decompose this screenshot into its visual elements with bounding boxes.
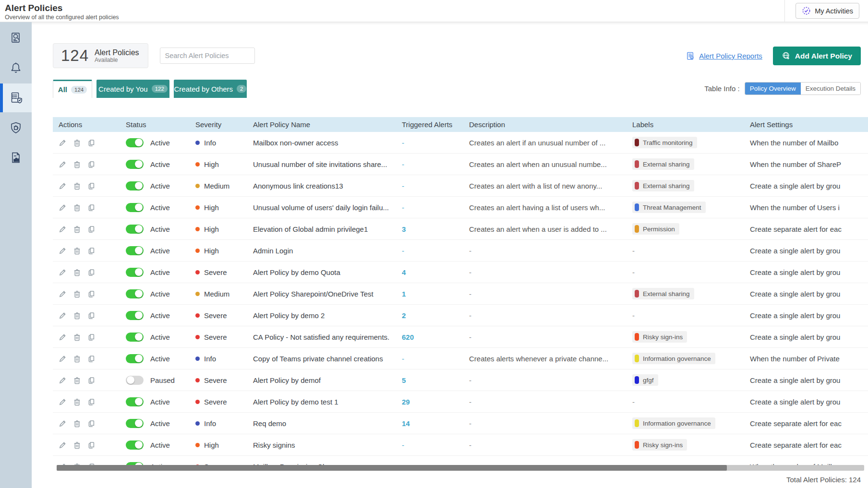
copy-icon[interactable]: [87, 376, 96, 384]
status-toggle[interactable]: [126, 289, 144, 298]
edit-icon[interactable]: [59, 355, 67, 363]
copy-icon[interactable]: [87, 311, 96, 320]
copy-icon[interactable]: [87, 333, 96, 341]
edit-icon[interactable]: [59, 376, 67, 384]
table-row: Active Info Mailbox non-owner access - C…: [53, 132, 868, 154]
status-toggle[interactable]: [126, 181, 144, 190]
copy-icon[interactable]: [87, 203, 96, 212]
copy-icon[interactable]: [87, 139, 96, 147]
triggered-count[interactable]: -: [402, 441, 404, 449]
policy-name: CA Policy - Not satisfied any requiremen…: [247, 333, 396, 341]
status-toggle[interactable]: [126, 138, 144, 147]
copy-icon[interactable]: [87, 268, 96, 276]
edit-icon[interactable]: [59, 225, 67, 233]
severity-text: Severe: [204, 398, 227, 406]
scrollbar-thumb[interactable]: [57, 465, 727, 471]
alert-policy-list-icon: [8, 90, 24, 106]
copy-icon[interactable]: [87, 441, 96, 449]
edit-icon[interactable]: [59, 268, 67, 276]
triggered-count[interactable]: 3: [402, 225, 406, 233]
status-toggle[interactable]: [126, 268, 144, 277]
triggered-count[interactable]: -: [402, 247, 404, 255]
my-activities-button[interactable]: My Activities: [796, 3, 859, 19]
triggered-count[interactable]: -: [402, 160, 404, 168]
status-toggle[interactable]: [126, 246, 144, 255]
copy-icon[interactable]: [87, 160, 96, 168]
status-toggle[interactable]: [126, 440, 144, 450]
status-toggle[interactable]: [126, 397, 144, 406]
status-toggle[interactable]: [126, 311, 144, 320]
edit-icon[interactable]: [59, 247, 67, 255]
triggered-count[interactable]: -: [402, 355, 404, 363]
triggered-count[interactable]: 4: [402, 268, 406, 276]
triggered-count[interactable]: 5: [402, 376, 406, 384]
triggered-count[interactable]: 620: [402, 333, 414, 341]
delete-icon[interactable]: [73, 355, 81, 363]
sidebar-item-alert-policies[interactable]: [0, 83, 32, 112]
table-row: Active Severe CA Policy - Not satisfied …: [53, 326, 868, 348]
edit-icon[interactable]: [59, 182, 67, 190]
policy-overview-option[interactable]: Policy Overview: [745, 83, 801, 95]
sidebar-item-alerts[interactable]: [0, 53, 32, 83]
delete-icon[interactable]: [73, 268, 81, 276]
alert-policy-reports-link[interactable]: Alert Policy Reports: [686, 51, 762, 60]
horizontal-scrollbar[interactable]: [57, 465, 864, 471]
tab-created-by-others[interactable]: Created by Others 2: [174, 80, 247, 98]
severity-text: High: [204, 225, 219, 233]
delete-icon[interactable]: [73, 290, 81, 298]
delete-icon[interactable]: [73, 398, 81, 406]
edit-icon[interactable]: [59, 311, 67, 320]
triggered-count[interactable]: 14: [402, 419, 410, 428]
sidebar-item-report-analytics[interactable]: [0, 143, 32, 173]
severity-dot: [195, 292, 200, 296]
sidebar-item-threat-management[interactable]: [0, 113, 32, 143]
copy-icon[interactable]: [87, 398, 96, 406]
copy-icon[interactable]: [87, 247, 96, 255]
copy-icon[interactable]: [87, 419, 96, 428]
add-alert-policy-button[interactable]: Add Alert Policy: [773, 47, 861, 65]
table-row: Active High Elevation of Global admin pr…: [53, 218, 868, 240]
triggered-count[interactable]: 1: [402, 290, 406, 298]
edit-icon[interactable]: [59, 398, 67, 406]
status-toggle[interactable]: [126, 419, 144, 428]
report-search-icon: [686, 51, 695, 60]
tab-all[interactable]: All 124: [53, 80, 92, 98]
edit-icon[interactable]: [59, 290, 67, 298]
delete-icon[interactable]: [73, 441, 81, 449]
execution-details-option[interactable]: Execution Details: [801, 83, 860, 95]
search-input[interactable]: [160, 48, 255, 64]
edit-icon[interactable]: [59, 333, 67, 341]
status-toggle[interactable]: [126, 354, 144, 363]
delete-icon[interactable]: [73, 247, 81, 255]
tab-created-by-you[interactable]: Created by You 122: [96, 80, 169, 98]
triggered-count[interactable]: -: [402, 182, 404, 190]
copy-icon[interactable]: [87, 355, 96, 363]
status-toggle[interactable]: [126, 160, 144, 169]
edit-icon[interactable]: [59, 139, 67, 147]
copy-icon[interactable]: [87, 182, 96, 190]
delete-icon[interactable]: [73, 333, 81, 341]
edit-icon[interactable]: [59, 160, 67, 168]
triggered-count[interactable]: -: [402, 203, 404, 212]
status-toggle[interactable]: [126, 376, 144, 385]
status-toggle[interactable]: [126, 203, 144, 212]
edit-icon[interactable]: [59, 419, 67, 428]
copy-icon[interactable]: [87, 225, 96, 233]
edit-icon[interactable]: [59, 441, 67, 449]
triggered-count[interactable]: 2: [402, 311, 406, 320]
delete-icon[interactable]: [73, 311, 81, 320]
delete-icon[interactable]: [73, 419, 81, 428]
sidebar-item-audit-reports[interactable]: [0, 23, 32, 53]
triggered-count[interactable]: -: [402, 139, 404, 147]
status-toggle[interactable]: [126, 225, 144, 234]
delete-icon[interactable]: [73, 160, 81, 168]
triggered-count[interactable]: 29: [402, 398, 410, 406]
edit-icon[interactable]: [59, 203, 67, 212]
delete-icon[interactable]: [73, 376, 81, 384]
delete-icon[interactable]: [73, 182, 81, 190]
copy-icon[interactable]: [87, 290, 96, 298]
delete-icon[interactable]: [73, 203, 81, 212]
delete-icon[interactable]: [73, 139, 81, 147]
delete-icon[interactable]: [73, 225, 81, 233]
status-toggle[interactable]: [126, 333, 144, 342]
